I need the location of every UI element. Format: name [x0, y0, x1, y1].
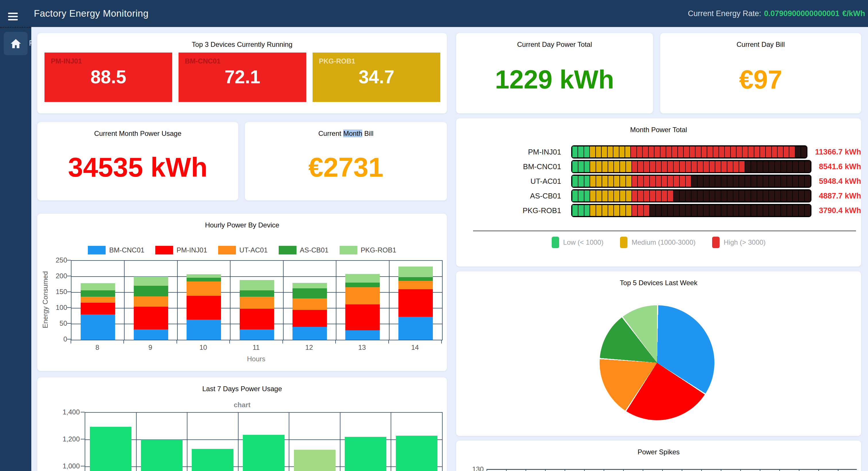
- device-tile: PKG-ROB134.7: [313, 53, 440, 102]
- device-name: PKG-ROB1: [319, 57, 355, 65]
- dashboard-root: Factory Energy Monitoring Current Energy…: [0, 0, 868, 471]
- gauge-segment: [608, 190, 614, 201]
- menu-icon[interactable]: [8, 12, 18, 22]
- chart-title: Power Spikes: [456, 441, 861, 456]
- gauge-segment: [751, 205, 756, 216]
- gauge-device-label: PKG-ROB1: [466, 206, 571, 215]
- legend-item: UT-AC01: [218, 246, 268, 255]
- gauge-segment: [590, 176, 596, 187]
- card-hourly-power: Hourly Power By Device BM-CNC01PM-INJ01U…: [37, 214, 447, 371]
- gauge-segment: [668, 205, 673, 216]
- gauge-segment: [805, 161, 810, 172]
- hourly-plot-area: [71, 260, 443, 340]
- gauge-segment: [799, 161, 804, 172]
- bar-segment: [292, 288, 327, 298]
- energy-rate-value: 0.0790900000000001: [764, 9, 840, 18]
- title-text: Current: [318, 129, 343, 137]
- device-name: BM-CNC01: [185, 57, 220, 65]
- x-tick-mark: [526, 470, 526, 471]
- gauge-segment: [632, 176, 638, 187]
- gauge-segment: [799, 190, 804, 201]
- legend-label: High (> 3000): [724, 238, 766, 246]
- home-button[interactable]: [4, 32, 28, 55]
- stacked-bar: [187, 274, 221, 340]
- legend-swatch: [340, 246, 358, 255]
- legend-label: Medium (1000-3000): [631, 238, 695, 246]
- gauge-value: 3790.4 kWh: [819, 206, 861, 215]
- gauge-segment: [775, 176, 780, 187]
- gauge-segment: [715, 161, 721, 172]
- device-power-value: 34.7: [313, 66, 440, 88]
- gauge-segment: [698, 161, 703, 172]
- gauge-row: UT-AC015948.4 kWh: [456, 176, 861, 187]
- gauge-segment: [644, 161, 649, 172]
- month-bill-value: €2731: [245, 152, 447, 183]
- gauge-segment: [721, 176, 727, 187]
- gauge-value: 5948.4 kWh: [819, 177, 861, 186]
- bar-segment: [398, 281, 433, 289]
- gridline: [124, 261, 125, 340]
- bar-segment: [398, 289, 433, 317]
- gauge-segment: [584, 205, 590, 216]
- gauge-segment: [757, 176, 763, 187]
- bar-segment: [292, 283, 327, 288]
- gauge-segment: [686, 176, 691, 187]
- device-power-value: 88.5: [44, 66, 172, 88]
- gauge-segment: [721, 161, 727, 172]
- bar-segment: [134, 286, 168, 296]
- bar-segment: [187, 296, 221, 320]
- y-tick-mark: [81, 439, 85, 439]
- gauge-segment: [763, 176, 769, 187]
- legend-label: Low (< 1000): [563, 238, 603, 246]
- gauge-segment: [668, 161, 673, 172]
- x-tick-label: 13: [336, 344, 389, 352]
- y-tick-label: 250: [50, 256, 67, 264]
- gauge-segment: [578, 205, 584, 216]
- x-tick-mark: [603, 470, 604, 471]
- bar-segment: [345, 287, 380, 304]
- gauge-segment: [805, 190, 810, 201]
- gauge-row: AS-CB014887.7 kWh: [456, 190, 861, 201]
- gauge-segment: [596, 190, 601, 201]
- gauge-bar: [571, 189, 811, 203]
- bar-segment: [134, 307, 168, 329]
- gauge-segment: [674, 205, 679, 216]
- x-tick-mark: [760, 470, 761, 471]
- y-tick-mark: [67, 276, 71, 276]
- gauge-segment: [656, 176, 661, 187]
- bar-segment: [398, 277, 433, 281]
- gauge-segment: [691, 176, 697, 187]
- chart-title: Hourly Power By Device: [37, 214, 447, 229]
- y-tick-mark: [67, 307, 71, 308]
- bar: [141, 440, 183, 471]
- legend-swatch: [620, 237, 627, 248]
- legend-item: Medium (1000-3000): [620, 237, 695, 248]
- energy-rate-unit: €/kWh: [842, 9, 865, 18]
- gauge-segment: [656, 161, 661, 172]
- gauge-segment: [704, 161, 709, 172]
- x-tick-mark: [177, 340, 177, 344]
- stacked-bar: [240, 280, 274, 340]
- bar-segment: [81, 297, 115, 303]
- gauge-segment: [763, 190, 769, 201]
- gauge-segment: [766, 146, 771, 157]
- gauge-segment: [572, 190, 578, 201]
- gauge-row: PM-INJ0111366.7 kWh: [456, 146, 861, 157]
- gauge-segment: [707, 146, 712, 157]
- day-bill-value: €97: [660, 65, 861, 94]
- gauge-segment: [626, 205, 631, 216]
- legend-swatch: [218, 246, 236, 255]
- x-tick-label: 12: [283, 344, 336, 352]
- gauge-segment: [638, 205, 643, 216]
- gauge-segment: [602, 176, 608, 187]
- gauge-segment: [666, 146, 671, 157]
- gauge-segment: [650, 161, 655, 172]
- x-tick-mark: [623, 470, 624, 471]
- stacked-bar: [81, 283, 115, 340]
- gauge-segment: [656, 205, 661, 216]
- gauge-segment: [719, 146, 724, 157]
- gauge-segment: [602, 205, 608, 216]
- navbar: Factory Energy Monitoring Current Energy…: [0, 0, 868, 27]
- gauge-segment: [572, 146, 578, 157]
- gauge-segment: [795, 146, 801, 157]
